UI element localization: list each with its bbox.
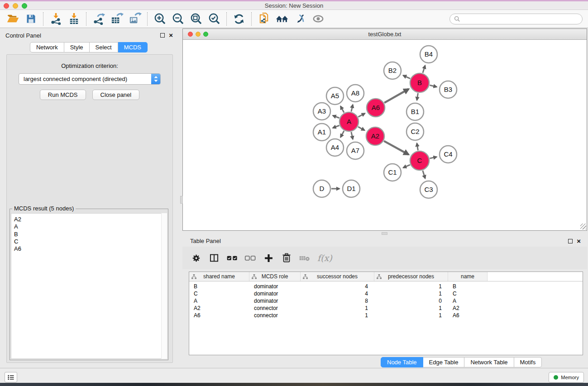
table-row[interactable]: Cdominator41C bbox=[189, 290, 583, 297]
column-header-mcds-role[interactable]: MCDS role bbox=[249, 272, 301, 281]
save-session-icon[interactable] bbox=[22, 11, 40, 27]
graph-node-D1[interactable]: D1 bbox=[343, 180, 360, 197]
graph-node-A8[interactable]: A8 bbox=[347, 85, 364, 102]
graph-node-A3[interactable]: A3 bbox=[313, 103, 330, 120]
column-header-predecessor-nodes[interactable]: predecessor nodes bbox=[374, 272, 448, 281]
graph-node-A4[interactable]: A4 bbox=[326, 139, 344, 156]
graph-edge-A-A3[interactable] bbox=[333, 115, 339, 118]
run-mcds-button[interactable]: Run MCDS bbox=[40, 90, 86, 100]
graph-edge-A-A6[interactable] bbox=[358, 114, 365, 117]
graph-node-C2[interactable]: C2 bbox=[406, 123, 424, 140]
horizontal-splitter-handle[interactable] bbox=[382, 232, 387, 235]
graph-edge-A-A7[interactable] bbox=[351, 132, 353, 139]
graph-edge-A-A1[interactable] bbox=[333, 125, 339, 128]
table-settings-gear-icon[interactable] bbox=[191, 253, 201, 263]
graph-edge-C-C2[interactable] bbox=[417, 143, 418, 151]
network-canvas[interactable]: AA1A3A5A8A4A7A6A2BB1B2B3B4CC1C2C3C4DD1 bbox=[183, 40, 587, 230]
mcds-result-item[interactable]: A bbox=[14, 223, 167, 230]
graph-edge-B-B4[interactable] bbox=[423, 66, 425, 73]
tab-edge-table[interactable]: Edge Table bbox=[423, 357, 465, 367]
maximize-window-icon[interactable] bbox=[22, 3, 27, 9]
column-header-successor-nodes[interactable]: successor nodes bbox=[301, 272, 374, 281]
tab-motifs[interactable]: Motifs bbox=[514, 357, 542, 367]
mcds-result-item[interactable]: A2 bbox=[14, 216, 167, 223]
import-network-icon[interactable] bbox=[47, 11, 65, 27]
open-file-icon[interactable] bbox=[4, 11, 22, 27]
split-columns-icon[interactable] bbox=[209, 253, 220, 263]
mcds-result-item[interactable]: B bbox=[14, 231, 167, 238]
result-scrollbar[interactable] bbox=[161, 213, 167, 359]
export-table-icon[interactable] bbox=[108, 11, 126, 27]
close-panel-button[interactable]: Close panel bbox=[92, 90, 140, 100]
tab-mcds[interactable]: MCDS bbox=[118, 42, 148, 52]
mcds-result-list[interactable]: A2ABCA6 bbox=[11, 213, 167, 359]
task-history-button[interactable] bbox=[5, 372, 17, 382]
network-window-titlebar[interactable]: testGlobe.txt bbox=[183, 29, 587, 40]
hide-labels-icon[interactable] bbox=[291, 11, 309, 27]
graph-edge-C-C4[interactable] bbox=[430, 157, 436, 158]
zoom-in-icon[interactable] bbox=[151, 11, 169, 27]
graph-node-D[interactable]: D bbox=[313, 180, 330, 197]
network-close-icon[interactable] bbox=[188, 32, 193, 37]
graph-node-A[interactable]: A bbox=[339, 112, 359, 131]
graph-node-A5[interactable]: A5 bbox=[326, 87, 344, 105]
table-row[interactable]: A2connector11A2 bbox=[189, 305, 583, 312]
delete-column-icon[interactable] bbox=[281, 253, 292, 263]
minimize-window-icon[interactable] bbox=[13, 3, 18, 9]
tab-network[interactable]: Network bbox=[30, 42, 64, 52]
add-column-icon[interactable] bbox=[263, 253, 274, 263]
graph-node-B2[interactable]: B2 bbox=[384, 62, 401, 79]
graph-node-A7[interactable]: A7 bbox=[347, 142, 364, 159]
float-table-panel-icon[interactable] bbox=[568, 239, 573, 243]
mcds-result-item[interactable]: A6 bbox=[14, 245, 167, 253]
graph-edge-A-A5[interactable] bbox=[340, 106, 344, 113]
graph-node-B3[interactable]: B3 bbox=[440, 81, 457, 98]
table-row[interactable]: Bdominator41B bbox=[189, 283, 583, 290]
criterion-dropdown[interactable]: largest connected component (directed) bbox=[19, 73, 161, 85]
graph-node-A6[interactable]: A6 bbox=[367, 99, 385, 117]
graph-edge-A2-C[interactable] bbox=[384, 141, 408, 155]
graph-edge-B-B1[interactable] bbox=[417, 93, 418, 100]
graph-node-B4[interactable]: B4 bbox=[420, 46, 437, 63]
float-panel-icon[interactable] bbox=[160, 33, 165, 38]
graph-edge-A-A2[interactable] bbox=[358, 127, 364, 130]
zoom-fit-icon[interactable] bbox=[187, 11, 205, 27]
refresh-view-icon[interactable] bbox=[230, 11, 248, 27]
graph-edge-A-A4[interactable] bbox=[340, 131, 344, 137]
column-header-shared-name[interactable]: shared name bbox=[189, 272, 249, 281]
network-minimize-icon[interactable] bbox=[196, 32, 201, 37]
network-maximize-icon[interactable] bbox=[203, 32, 208, 37]
zoom-out-icon[interactable] bbox=[169, 11, 187, 27]
search-input[interactable] bbox=[463, 16, 578, 22]
graph-node-A1[interactable]: A1 bbox=[313, 124, 330, 141]
new-network-from-selection-icon[interactable] bbox=[255, 11, 273, 27]
memory-button[interactable]: Memory bbox=[549, 372, 584, 383]
select-all-columns-icon[interactable] bbox=[227, 253, 238, 263]
graph-node-C4[interactable]: C4 bbox=[440, 146, 457, 163]
graph-node-C3[interactable]: C3 bbox=[420, 181, 437, 198]
graph-node-C[interactable]: C bbox=[410, 151, 429, 170]
graph-edge-C-C1[interactable] bbox=[403, 165, 410, 168]
tab-select[interactable]: Select bbox=[90, 42, 118, 52]
graph-edge-A6-B[interactable] bbox=[384, 89, 409, 103]
tab-node-table[interactable]: Node Table bbox=[381, 357, 423, 367]
table-row[interactable]: A6connector11A6 bbox=[189, 312, 583, 319]
eye-icon[interactable] bbox=[309, 11, 327, 27]
zoom-selected-icon[interactable] bbox=[205, 11, 223, 27]
deselect-all-columns-icon[interactable] bbox=[245, 253, 256, 263]
tab-network-table[interactable]: Network Table bbox=[464, 357, 514, 367]
window-resize-grip[interactable] bbox=[580, 224, 586, 229]
homes-icon[interactable] bbox=[273, 11, 291, 27]
graph-node-A2[interactable]: A2 bbox=[366, 127, 384, 145]
export-image-icon[interactable] bbox=[126, 11, 144, 27]
import-table-icon[interactable] bbox=[65, 11, 83, 27]
close-table-panel-icon[interactable]: × bbox=[577, 239, 581, 243]
graph-node-B[interactable]: B bbox=[410, 73, 429, 92]
graph-edge-B-B3[interactable] bbox=[430, 85, 436, 87]
close-window-icon[interactable] bbox=[4, 3, 9, 9]
table-row[interactable]: Adominator80A bbox=[189, 297, 583, 305]
mcds-result-item[interactable]: C bbox=[14, 238, 167, 245]
vertical-splitter-handle[interactable] bbox=[180, 196, 183, 204]
column-header-name[interactable]: name bbox=[448, 272, 488, 281]
graph-edge-A-A8[interactable] bbox=[351, 105, 353, 111]
